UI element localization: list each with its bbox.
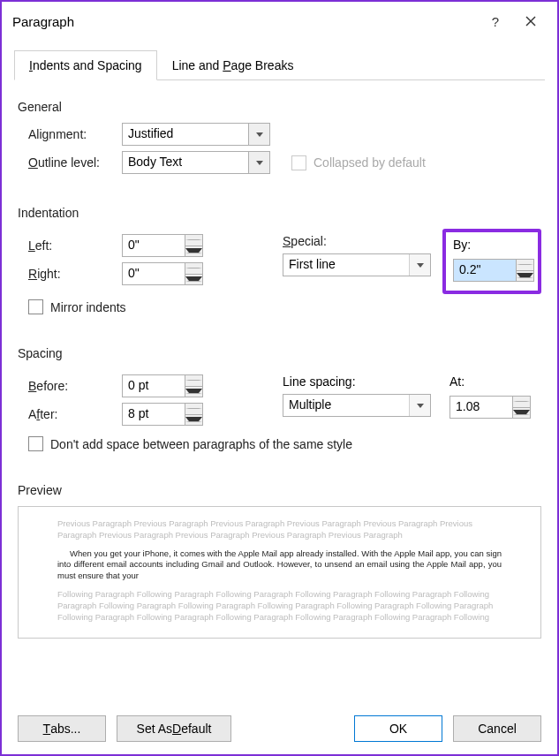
special-label: Special: (283, 234, 353, 248)
before-value[interactable]: 0 pt (123, 375, 185, 397)
spinner-up-icon[interactable] (517, 260, 533, 271)
alignment-combo[interactable]: Justified (122, 123, 270, 146)
outline-level-combo[interactable]: Body Text (122, 151, 270, 174)
spinner-down-icon[interactable] (185, 275, 202, 285)
dialog-footer: Tabs... Set As Default OK Cancel (18, 715, 541, 742)
tabs-button[interactable]: Tabs... (18, 715, 106, 742)
preview-sample-text: When you get your iPhone, it comes with … (57, 548, 502, 582)
section-general: General (18, 100, 541, 114)
line-spacing-combo[interactable]: Multiple (283, 394, 431, 417)
chevron-down-icon[interactable] (409, 395, 430, 416)
dont-add-space-checkbox[interactable] (28, 436, 43, 451)
spinner-up-icon[interactable] (513, 397, 530, 408)
ok-button[interactable]: OK (354, 715, 442, 742)
spinner-up-icon[interactable] (185, 375, 202, 387)
titlebar: Paragraph ? (2, 2, 557, 37)
alignment-value: Justified (123, 124, 248, 145)
section-preview: Preview (18, 483, 541, 497)
line-spacing-value: Multiple (283, 395, 409, 416)
dialog-title: Paragraph (12, 14, 478, 29)
collapsed-checkbox (291, 155, 306, 170)
preview-previous-text: Previous Paragraph Previous Paragraph Pr… (57, 518, 502, 541)
by-spinner[interactable]: 0.2" (453, 259, 534, 282)
after-spinner[interactable]: 8 pt (122, 403, 203, 426)
special-combo[interactable]: First line (283, 253, 431, 276)
at-value[interactable]: 1.08 (450, 397, 512, 418)
close-button[interactable] (513, 9, 548, 34)
tab-line-page-breaks[interactable]: Line and Page Breaks (157, 50, 309, 80)
indent-right-value[interactable]: 0" (123, 263, 185, 284)
preview-box: Previous Paragraph Previous Paragraph Pr… (18, 506, 541, 639)
spinner-down-icon[interactable] (185, 387, 202, 397)
alignment-label: Alignment: (28, 127, 122, 141)
after-value[interactable]: 8 pt (123, 404, 185, 425)
outline-level-value: Body Text (123, 152, 248, 173)
spinner-down-icon[interactable] (185, 415, 202, 426)
mirror-indents-checkbox[interactable] (28, 299, 43, 314)
before-spinner[interactable]: 0 pt (122, 374, 203, 397)
chevron-down-icon[interactable] (248, 152, 269, 173)
spinner-up-icon[interactable] (185, 263, 202, 275)
indent-left-value[interactable]: 0" (123, 235, 185, 256)
by-label: By: (453, 238, 531, 252)
spinner-down-icon[interactable] (513, 408, 530, 419)
before-label: Before: (28, 379, 122, 393)
at-label: At: (449, 374, 534, 389)
at-spinner[interactable]: 1.08 (449, 396, 531, 419)
after-label: After: (28, 407, 122, 421)
spinner-down-icon[interactable] (517, 271, 533, 282)
by-highlight: By: 0.2" (442, 229, 541, 294)
spinner-up-icon[interactable] (185, 235, 202, 246)
outline-level-label: Outline level: (28, 155, 122, 170)
indent-left-label: Left: (28, 238, 122, 253)
section-spacing: Spacing (18, 346, 541, 360)
mirror-indents-label: Mirror indents (50, 300, 126, 314)
special-value: First line (283, 254, 409, 276)
cancel-button[interactable]: Cancel (453, 715, 541, 742)
preview-following-text: Following Paragraph Following Paragraph … (57, 589, 502, 623)
dont-add-space-label: Don't add space between paragraphs of th… (50, 437, 352, 451)
spinner-down-icon[interactable] (185, 246, 202, 257)
chevron-down-icon[interactable] (409, 254, 430, 276)
section-indentation: Indentation (18, 206, 541, 220)
help-button[interactable]: ? (478, 9, 513, 34)
set-as-default-button[interactable]: Set As Default (117, 715, 231, 742)
spinner-up-icon[interactable] (185, 404, 202, 415)
by-value[interactable]: 0.2" (454, 260, 516, 281)
indent-right-label: Right: (28, 267, 122, 281)
collapsed-label: Collapsed by default (313, 155, 426, 170)
chevron-down-icon[interactable] (248, 124, 269, 145)
tab-indents-spacing[interactable]: Indents and Spacing (14, 50, 157, 80)
indent-left-spinner[interactable]: 0" (122, 234, 203, 257)
tab-strip: Indents and Spacing Line and Page Breaks (14, 49, 545, 80)
indent-right-spinner[interactable]: 0" (122, 262, 203, 285)
line-spacing-label: Line spacing: (283, 374, 356, 389)
